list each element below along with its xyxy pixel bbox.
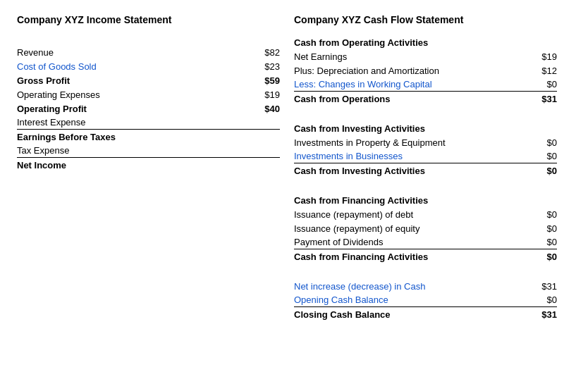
cf-row-value: $31 — [529, 281, 557, 292]
cf-row: Net Earnings$19 — [294, 49, 557, 63]
cf-row-label: Payment of Dividends — [294, 237, 529, 247]
cf-row: Net increase (decrease) in Cash$31 — [294, 279, 557, 293]
cf-row: Investments in Businesses$0 — [294, 149, 557, 163]
cf-row: Issuance (repayment) of debt$0 — [294, 207, 557, 221]
cf-row: Cash from Operations$31 — [294, 92, 557, 106]
income-statement-panel: Company XYZ Income Statement Revenue$82C… — [17, 14, 294, 321]
cf-row-value: $0 — [529, 252, 557, 262]
income-row-label: Tax Expense — [17, 145, 252, 156]
income-row-value: $59 — [252, 75, 280, 86]
cashflow-panel: Company XYZ Cash Flow Statement Cash fro… — [294, 14, 571, 321]
cf-row-label: Less: Changes in Working Capital — [294, 79, 529, 89]
cf-row: Opening Cash Balance$0 — [294, 293, 557, 307]
cf-row: Closing Cash Balance$31 — [294, 307, 557, 321]
cf-section-title: Cash from Operating Activities — [294, 35, 557, 49]
cf-row-value: $0 — [529, 79, 557, 89]
cf-row-value: $0 — [529, 223, 557, 234]
cf-row-value: $0 — [529, 137, 557, 148]
cf-row-label: Cash from Investing Activities — [294, 166, 529, 176]
cf-row: Cash from Financing Activities$0 — [294, 249, 557, 264]
cf-row: Cash from Investing Activities$0 — [294, 163, 557, 178]
cf-row-value: $0 — [529, 237, 557, 247]
income-row-value: $23 — [252, 61, 280, 72]
cf-row: Plus: Depreciation and Amortization$12 — [294, 63, 557, 78]
cf-row-label: Cash from Operations — [294, 94, 529, 104]
cf-row-value: $0 — [529, 209, 557, 220]
cf-row-value: $19 — [529, 51, 557, 62]
income-row: Operating Expenses$19 — [17, 87, 280, 101]
income-row: Operating Profit$40 — [17, 101, 280, 116]
cf-row: Less: Changes in Working Capital$0 — [294, 78, 557, 92]
main-container: Company XYZ Income Statement Revenue$82C… — [17, 14, 571, 321]
income-row: Cost of Goods Sold$23 — [17, 59, 280, 73]
cf-row-label: Opening Cash Balance — [294, 294, 529, 305]
cf-row: Issuance (repayment) of equity$0 — [294, 221, 557, 235]
cf-section-title-label: Cash from Investing Activities — [294, 123, 557, 134]
income-row: Earnings Before Taxes — [17, 130, 280, 144]
cf-row-value: $0 — [529, 151, 557, 161]
cf-row-value: $31 — [529, 94, 557, 104]
income-row: Net Income — [17, 158, 280, 172]
cf-row-label: Plus: Depreciation and Amortization — [294, 66, 529, 76]
cf-row-value: $31 — [529, 309, 557, 320]
income-row: Interest Expense — [17, 116, 280, 130]
cf-row-label: Issuance (repayment) of debt — [294, 209, 529, 220]
income-row-value: $82 — [252, 47, 280, 58]
income-row-label: Operating Expenses — [17, 89, 252, 100]
income-row-label: Operating Profit — [17, 104, 252, 114]
cf-row-label: Investments in Property & Equipment — [294, 137, 529, 148]
cf-row-value: $0 — [529, 166, 557, 176]
cf-section-title: Cash from Investing Activities — [294, 121, 557, 135]
cf-row-label: Closing Cash Balance — [294, 309, 529, 320]
income-row-label: Net Income — [17, 160, 252, 170]
cf-row-value: $12 — [529, 66, 557, 76]
income-row-label: Revenue — [17, 47, 252, 58]
cf-row-label: Net Earnings — [294, 51, 529, 62]
income-row: Gross Profit$59 — [17, 73, 280, 87]
cf-row: Payment of Dividends$0 — [294, 235, 557, 249]
cf-section-title: Cash from Financing Activities — [294, 193, 557, 207]
cf-row-label: Net increase (decrease) in Cash — [294, 281, 529, 292]
income-row-label: Interest Expense — [17, 117, 252, 128]
income-row-label: Gross Profit — [17, 75, 252, 86]
income-row-value: $40 — [252, 104, 280, 114]
income-row-label: Cost of Goods Sold — [17, 61, 252, 72]
income-row: Revenue$82 — [17, 45, 280, 59]
cf-row: Investments in Property & Equipment$0 — [294, 135, 557, 149]
cf-row-label: Issuance (repayment) of equity — [294, 223, 529, 234]
cf-section-title-label: Cash from Financing Activities — [294, 195, 557, 206]
income-row: Tax Expense — [17, 144, 280, 158]
cf-row-label: Cash from Financing Activities — [294, 252, 529, 262]
income-row-label: Earnings Before Taxes — [17, 132, 252, 142]
cf-section-title-label: Cash from Operating Activities — [294, 37, 557, 48]
cf-row-label: Investments in Businesses — [294, 151, 529, 161]
income-title: Company XYZ Income Statement — [17, 14, 280, 25]
cf-row-value: $0 — [529, 294, 557, 305]
cashflow-title: Company XYZ Cash Flow Statement — [294, 14, 557, 25]
income-row-value: $19 — [252, 89, 280, 100]
